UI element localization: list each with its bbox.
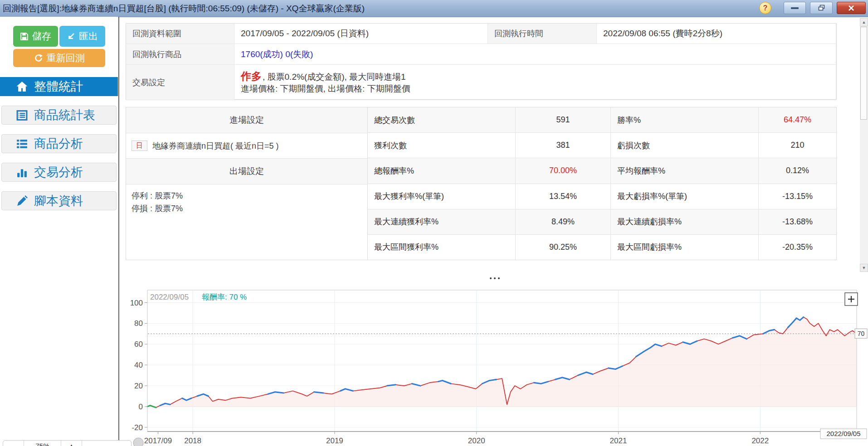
zoom-level-value: 75% bbox=[24, 441, 61, 446]
entry-exit-panel: 進場設定 日 地緣券商連續n日買超( 最近n日=5 ) 出場設定 停利 : 股票… bbox=[126, 107, 368, 260]
stat-label: 最大連續獲利率% bbox=[368, 209, 516, 234]
sidebar-item-label: 腳本資料 bbox=[34, 193, 83, 209]
zoom-out-button[interactable] bbox=[3, 441, 24, 446]
backtest-info-table: 回測資料範圍 2017/09/05 - 2022/09/05 (日資料) 回測執… bbox=[126, 23, 837, 100]
scroll-up-button[interactable]: ▲ bbox=[860, 18, 868, 26]
y-tick-label: 20 bbox=[134, 382, 143, 390]
stats-row: 最大連續獲利率%8.49%最大連續虧損率%-13.68% bbox=[368, 209, 836, 235]
y-tick-label: 0 bbox=[139, 402, 143, 411]
sidebar-nav: 整體統計商品統計表商品分析交易分析腳本資料 bbox=[0, 77, 118, 220]
stat-label: 總報酬率% bbox=[368, 158, 516, 183]
exec-time-value: 2022/09/08 06:55 (費時2分8秒) bbox=[597, 24, 836, 44]
list-icon bbox=[16, 138, 28, 150]
stat-value: 13.54% bbox=[516, 184, 611, 209]
range-value: 2017/09/05 - 2022/09/05 (日資料) bbox=[234, 24, 488, 44]
rerun-backtest-button[interactable]: 重新回測 bbox=[13, 49, 105, 67]
stat-label: 最大區間虧損率% bbox=[611, 235, 759, 260]
stat-label: 勝率% bbox=[611, 107, 759, 132]
exec-time-label: 回測執行時間 bbox=[488, 24, 597, 44]
stat-value: 90.25% bbox=[516, 235, 611, 260]
trade-setting-line1: 作多, 股票0.2%(成交金額), 最大同時進場1 bbox=[241, 70, 406, 83]
zoom-arrow-button[interactable]: ▲ bbox=[61, 441, 82, 446]
exit-settings-header: 出場設定 bbox=[126, 159, 367, 184]
chart-zoom-control[interactable]: 75% ▲ bbox=[3, 440, 132, 446]
stats-row: 總報酬率%70.00%平均報酬率%0.12% bbox=[368, 158, 836, 184]
sidebar-item-0[interactable]: 整體統計 bbox=[0, 77, 118, 96]
save-button[interactable]: 儲存 bbox=[13, 26, 58, 47]
backtest-report-window: 回測報告[選股]:地緣券商連續n日買超[台股] (執行時間:06:55:09) … bbox=[0, 0, 868, 446]
vertical-scrollbar[interactable]: ▲ ▼ bbox=[860, 18, 868, 272]
stat-label: 平均報酬率% bbox=[611, 158, 759, 183]
sidebar-item-label: 商品分析 bbox=[34, 136, 83, 152]
floppy-icon bbox=[20, 32, 29, 41]
stat-label: 總交易次數 bbox=[368, 107, 516, 132]
window-controls: ? × bbox=[759, 2, 866, 14]
range-label: 回測資料範圍 bbox=[126, 24, 234, 44]
chart-scroll-handle[interactable] bbox=[133, 438, 143, 446]
export-label: 匯出 bbox=[79, 30, 98, 43]
export-icon bbox=[67, 32, 75, 41]
stat-label: 最大獲利率%(單筆) bbox=[368, 184, 516, 209]
sidebar-item-4[interactable]: 腳本資料 bbox=[1, 191, 117, 210]
stat-label: 最大虧損率%(單筆) bbox=[611, 184, 759, 209]
legend-date: 2022/09/05 bbox=[150, 293, 189, 301]
table-icon bbox=[16, 109, 28, 121]
symbols-value[interactable]: 1760(成功) 0(失敗) bbox=[234, 44, 836, 65]
restore-icon bbox=[818, 5, 825, 11]
stat-label: 虧損次數 bbox=[611, 133, 759, 158]
stat-label: 最大連續虧損率% bbox=[611, 209, 759, 234]
symbols-label: 回測執行商品 bbox=[126, 44, 234, 65]
stat-value: 381 bbox=[516, 133, 611, 158]
scrollbar-thumb[interactable] bbox=[860, 27, 867, 120]
stats-row: 最大獲利率%(單筆)13.54%最大虧損率%(單筆)-13.15% bbox=[368, 184, 836, 209]
daily-frequency-badge: 日 bbox=[132, 141, 147, 151]
y-tick-label: 80 bbox=[134, 319, 143, 328]
equity-curve-chart: -200204060801002017/09201820192020202120… bbox=[120, 286, 868, 446]
home-icon bbox=[16, 81, 28, 93]
x-tick-label: 2020 bbox=[468, 436, 485, 445]
stat-value: 8.49% bbox=[516, 209, 611, 234]
x-tick-label: 2022 bbox=[751, 436, 769, 445]
stat-label: 獲利次數 bbox=[368, 133, 516, 158]
stats-row: 最大區間獲利率%90.25%最大區間虧損率%-20.35% bbox=[368, 235, 836, 260]
entry-rule-text: 地緣券商連續n日買超( 最近n日=5 ) bbox=[152, 141, 279, 151]
export-button[interactable]: 匯出 bbox=[59, 26, 105, 47]
restore-button[interactable] bbox=[810, 2, 833, 14]
stat-value: -20.35% bbox=[759, 235, 836, 260]
x-tick-label: 2019 bbox=[326, 436, 343, 445]
y-tick-label: -20 bbox=[132, 423, 143, 432]
entry-rule-row: 日 地緣券商連續n日買超( 最近n日=5 ) bbox=[126, 133, 367, 159]
x-tick-label: 2021 bbox=[610, 436, 627, 445]
stat-value: 64.47% bbox=[759, 107, 836, 132]
zoom-control-spacer bbox=[82, 441, 131, 446]
stats-row: 獲利次數381虧損次數210 bbox=[368, 133, 836, 158]
stat-value: -13.15% bbox=[759, 184, 836, 209]
sidebar-item-3[interactable]: 交易分析 bbox=[1, 163, 117, 182]
scroll-down-button[interactable]: ▼ bbox=[860, 264, 868, 272]
bar-chart-icon bbox=[16, 166, 28, 179]
sidebar: 儲存 匯出 重新回測 整體統計商品統計表商品分析交易分析腳本資料 bbox=[0, 17, 118, 446]
stat-value: 210 bbox=[759, 133, 836, 158]
y-tick-label: 60 bbox=[134, 340, 143, 349]
splitter-handle[interactable] bbox=[490, 277, 500, 279]
rerun-label: 重新回測 bbox=[47, 52, 85, 64]
legend-return: 報酬率: 70 % bbox=[202, 293, 247, 301]
close-button[interactable]: × bbox=[837, 2, 866, 14]
sidebar-item-1[interactable]: 商品統計表 bbox=[1, 106, 117, 125]
window-title: 回測報告[選股]:地緣券商連續n日買超[台股] (執行時間:06:55:09) … bbox=[0, 3, 365, 15]
help-button[interactable]: ? bbox=[759, 2, 771, 14]
minimize-button[interactable] bbox=[784, 2, 806, 14]
minimize-icon bbox=[791, 7, 799, 9]
titlebar: 回測報告[選股]:地緣券商連續n日買超[台股] (執行時間:06:55:09) … bbox=[0, 0, 868, 17]
stats-table: 總交易次數591勝率%64.47%獲利次數381虧損次數210總報酬率%70.0… bbox=[367, 107, 837, 260]
question-mark-icon: ? bbox=[763, 4, 768, 12]
sidebar-item-2[interactable]: 商品分析 bbox=[1, 134, 117, 153]
sidebar-item-label: 商品統計表 bbox=[34, 107, 95, 123]
close-icon: × bbox=[848, 3, 854, 14]
exit-rule-text: 停利 : 股票7% 停損 : 股票7% bbox=[126, 184, 367, 220]
save-label: 儲存 bbox=[32, 30, 51, 43]
equity-curve-svg: -200204060801002017/09201820192020202120… bbox=[120, 286, 868, 446]
stat-value: 591 bbox=[516, 107, 611, 132]
sidebar-item-label: 整體統計 bbox=[34, 78, 83, 95]
pencil-icon bbox=[16, 195, 28, 207]
